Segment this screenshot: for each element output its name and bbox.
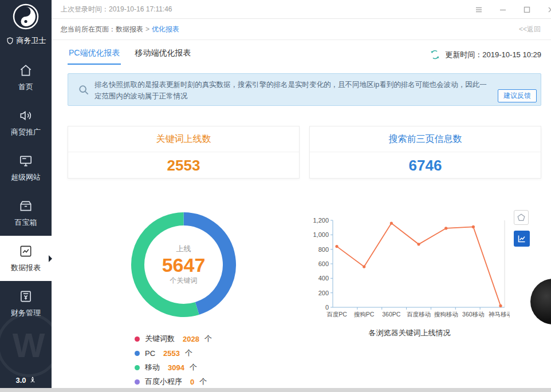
report-chart-icon <box>18 244 33 259</box>
update-time: 更新时间：2019-10-15 10:29 <box>445 50 541 60</box>
legend-label: 关键词数 <box>145 334 175 344</box>
legend-dot <box>135 336 140 342</box>
legend-value: 3094 <box>168 363 184 372</box>
sidebar-item-toolbox[interactable]: 百宝箱 <box>0 191 52 236</box>
svg-text:360PC: 360PC <box>382 311 401 318</box>
breadcrumb-parent[interactable]: 数据报表 <box>116 25 143 34</box>
stat-card-value: 2553 <box>68 152 299 179</box>
minimize-icon[interactable] <box>499 6 507 14</box>
close-icon[interactable] <box>547 6 551 14</box>
line-chart-icon <box>517 234 526 243</box>
tag-icon <box>517 213 525 221</box>
megaphone-icon <box>18 108 33 123</box>
legend-label: PC <box>145 349 155 358</box>
notice-text: 排名快照抓取的是报表更新时刻的真实数据，搜索引擎的排名是实时变化的，且不同地区i… <box>95 81 487 100</box>
last-login-time: 上次登录时间：2019-10-16 17:11:46 <box>61 5 172 14</box>
bottom-strip <box>0 388 551 392</box>
svg-text:百度移动: 百度移动 <box>407 311 431 318</box>
sidebar-item-reports[interactable]: 数据报表 <box>0 236 52 281</box>
svg-text:1,200: 1,200 <box>313 217 329 224</box>
legend-item-mobile[interactable]: 移动 3094 个 <box>135 362 212 373</box>
svg-text:600: 600 <box>318 260 329 267</box>
rocket-icon <box>29 377 36 385</box>
monitor-icon <box>18 153 33 168</box>
legend-unit: 个 <box>204 334 212 344</box>
back-link[interactable]: <<返回 <box>519 25 541 34</box>
nav-label: 首页 <box>18 82 33 92</box>
stat-card-top3: 搜索前三页信息数 6746 <box>309 126 541 179</box>
svg-text:360移动: 360移动 <box>462 311 485 318</box>
legend-unit: 个 <box>199 377 207 387</box>
legend-dot <box>135 379 140 385</box>
legend-value: 2553 <box>163 349 180 358</box>
legend-dot <box>135 351 140 356</box>
chart-type-button[interactable] <box>514 231 530 247</box>
breadcrumb-prefix: 您当前所在页面： <box>61 25 116 34</box>
stat-card-title: 搜索前三页信息数 <box>310 126 541 152</box>
donut-chart-wrap: 上线 5647 个关键词 <box>131 212 237 318</box>
legend-item-miniprogram[interactable]: 百度小程序 0 个 <box>135 377 212 387</box>
legend-unit: 个 <box>185 348 192 358</box>
line-chart: 02004006008001,0001,200百度PC搜狗PC360PC百度移动… <box>309 215 510 323</box>
svg-text:200: 200 <box>318 290 329 296</box>
report-tabs: PC端优化报表 移动端优化报表 <box>68 46 192 65</box>
donut-chart <box>131 212 237 318</box>
svg-text:搜狗移动: 搜狗移动 <box>434 311 458 318</box>
stat-card-value: 6746 <box>310 152 541 179</box>
legend-item-pc[interactable]: PC 2553 个 <box>135 348 212 358</box>
refresh-icon[interactable] <box>430 49 440 60</box>
svg-text:搜狗PC: 搜狗PC <box>354 311 375 318</box>
breadcrumb-current: 优化报表 <box>152 25 179 34</box>
svg-text:0: 0 <box>325 304 329 311</box>
sidebar-item-home[interactable]: 首页 <box>0 55 52 100</box>
menu-icon[interactable] <box>475 6 483 14</box>
stat-card-keywords: 关键词上线数 2553 <box>68 126 300 179</box>
breadcrumb: 您当前所在页面： 数据报表 > 优化报表 <<返回 <box>52 19 551 40</box>
legend-item-keywords[interactable]: 关键词数 2028 个 <box>135 334 212 344</box>
toolbox-icon <box>18 199 33 213</box>
svg-text:800: 800 <box>318 246 329 253</box>
sidebar-item-website[interactable]: 超级网站 <box>0 145 52 191</box>
maximize-icon[interactable] <box>523 6 531 14</box>
brand: 商务卫士 <box>0 35 52 46</box>
app-logo-icon <box>13 3 39 30</box>
svg-text:神马移动: 神马移动 <box>489 311 510 318</box>
topbar: 上次登录时间：2019-10-16 17:11:46 <box>52 0 551 19</box>
stat-card-title: 关键词上线数 <box>68 126 299 152</box>
breadcrumb-separator: > <box>145 25 149 33</box>
refresh-row: 更新时间：2019-10-15 10:29 <box>430 49 541 60</box>
brand-name: 商务卫士 <box>17 35 46 46</box>
main-content: PC端优化报表 移动端优化报表 更新时间：2019-10-15 10:29 排名… <box>52 40 551 388</box>
sidebar: 商务卫士 首页 商贸推广 超级网站 <box>0 0 52 392</box>
donut-legend: 关键词数 2028 个 PC 2553 个 移动 3094 个 百度小程序 0 … <box>135 334 212 387</box>
legend-unit: 个 <box>190 362 197 373</box>
nav-label: 数据报表 <box>11 263 41 273</box>
sidebar-item-promotion[interactable]: 商贸推广 <box>0 100 52 145</box>
svg-text:400: 400 <box>318 275 329 282</box>
search-icon <box>78 84 89 96</box>
legend-value: 2028 <box>183 335 199 343</box>
nav-label: 商贸推广 <box>11 127 41 137</box>
tab-mobile-report[interactable]: 移动端优化报表 <box>133 46 192 65</box>
home-icon <box>18 63 33 78</box>
finance-icon <box>18 289 33 304</box>
tab-pc-report[interactable]: PC端优化报表 <box>68 46 121 65</box>
version-badge: 3.0 <box>0 376 52 385</box>
legend-dot <box>135 365 140 370</box>
svg-text:1,000: 1,000 <box>313 231 329 238</box>
chart-save-button[interactable] <box>514 210 529 225</box>
nav-label: 百宝箱 <box>15 217 37 228</box>
svg-text:百度PC: 百度PC <box>326 311 347 318</box>
brand-shield-icon <box>6 37 14 45</box>
sidebar-nav: 首页 商贸推广 超级网站 百宝箱 <box>0 55 52 326</box>
version-number: 3.0 <box>15 376 26 385</box>
notice-banner: 排名快照抓取的是报表更新时刻的真实数据，搜索引擎的排名是实时变化的，且不同地区i… <box>68 73 541 106</box>
legend-value: 0 <box>190 378 194 386</box>
nav-label: 超级网站 <box>11 172 41 183</box>
feedback-button[interactable]: 建议反馈 <box>498 89 537 102</box>
legend-label: 百度小程序 <box>145 377 182 387</box>
window-controls <box>475 0 551 19</box>
legend-label: 移动 <box>145 362 160 373</box>
line-chart-title: 各浏览器关键词上线情况 <box>309 328 510 338</box>
